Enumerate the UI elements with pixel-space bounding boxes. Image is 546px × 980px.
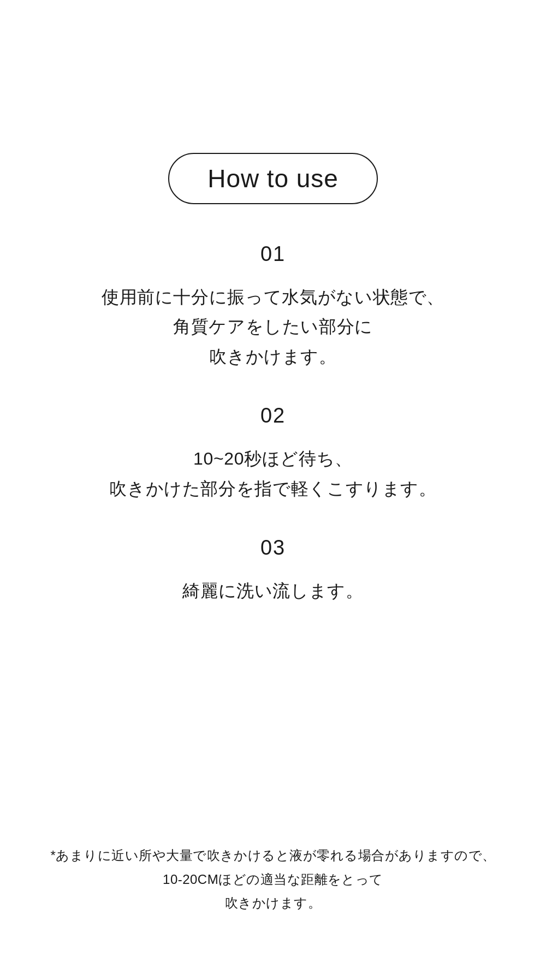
step-2-line-1: 10~20秒ほど待ち、 (193, 449, 353, 468)
step-1-line-2: 角質ケアをしたい部分に (173, 317, 373, 336)
step-1: 01 使用前に十分に振って水気がない状態で、 角質ケアをしたい部分に 吹きかけま… (0, 242, 546, 371)
step-1-line-3: 吹きかけます。 (209, 347, 336, 366)
page-container: How to use 01 使用前に十分に振って水気がない状態で、 角質ケアをし… (0, 0, 546, 980)
step-2-number: 02 (260, 404, 286, 427)
footer-note: *あまりに近い所や大量で吹きかけると液が零れる場合がありますので、 10-20C… (50, 811, 495, 936)
step-1-text: 使用前に十分に振って水気がない状態で、 角質ケアをしたい部分に 吹きかけます。 (102, 282, 444, 371)
footer-line-1: *あまりに近い所や大量で吹きかけると液が零れる場合がありますので、 (50, 848, 495, 863)
title-text: How to use (207, 164, 338, 193)
step-1-line-1: 使用前に十分に振って水気がない状態で、 (102, 287, 444, 307)
step-3-text: 綺麗に洗い流します。 (182, 576, 363, 605)
step-3-number: 03 (260, 536, 286, 560)
footer-note-text: *あまりに近い所や大量で吹きかけると液が零れる場合がありますので、 10-20C… (50, 844, 495, 914)
step-1-number: 01 (260, 242, 286, 266)
footer-line-3: 吹きかけます。 (225, 895, 321, 910)
step-2: 02 10~20秒ほど待ち、 吹きかけた部分を指で軽くこすります。 (0, 404, 546, 503)
title-badge: How to use (168, 153, 377, 204)
step-2-text: 10~20秒ほど待ち、 吹きかけた部分を指で軽くこすります。 (109, 444, 437, 503)
step-2-line-2: 吹きかけた部分を指で軽くこすります。 (109, 479, 437, 498)
step-3: 03 綺麗に洗い流します。 (0, 536, 546, 605)
step-3-line-1: 綺麗に洗い流します。 (182, 581, 363, 601)
footer-line-2: 10-20CMほどの適当な距離をとって (163, 872, 383, 887)
steps-container: 01 使用前に十分に振って水気がない状態で、 角質ケアをしたい部分に 吹きかけま… (0, 242, 546, 605)
